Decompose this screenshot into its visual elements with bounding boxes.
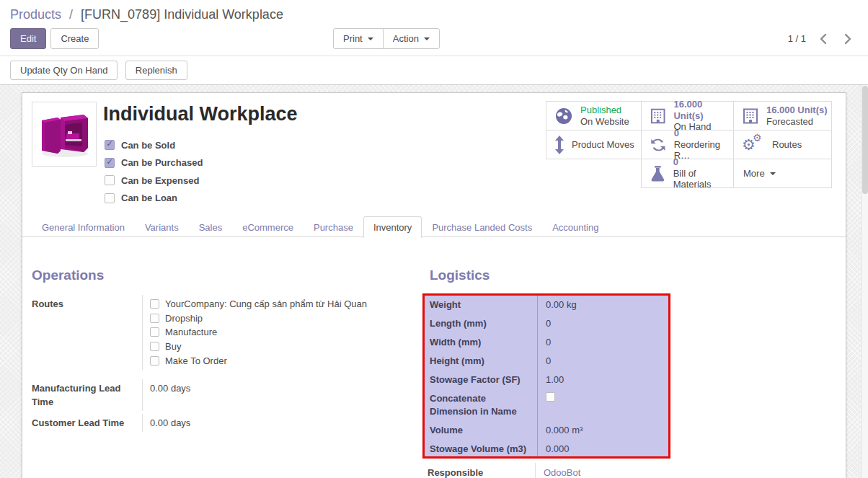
- print-menu-button[interactable]: Print: [333, 28, 384, 49]
- customer-lead-time-value: 0.00 days: [142, 414, 407, 432]
- action-menu-button[interactable]: Action: [383, 28, 440, 49]
- control-panel: Products / [FURN_0789] Individual Workpl…: [0, 0, 868, 56]
- on-website-label: On Website: [580, 116, 629, 128]
- more-label: More: [743, 168, 765, 179]
- on-hand-button[interactable]: 16.000 Unit(s) On Hand: [641, 101, 734, 130]
- customer-lead-time-label: Customer Lead Time: [32, 414, 142, 432]
- length-label: Length (mm): [425, 314, 537, 333]
- width-row: Width (mm) 0: [425, 333, 668, 352]
- chevron-left-icon: [820, 33, 827, 45]
- responsible-label: Responsible: [422, 463, 535, 478]
- can-be-sold-label: Can be Sold: [121, 140, 175, 151]
- can-be-purchased-label: Can be Purchased: [121, 157, 203, 168]
- pager-previous-button[interactable]: [816, 32, 831, 46]
- can-be-expensed-checkbox[interactable]: [105, 175, 115, 185]
- responsible-row: Responsible OdooBot: [422, 463, 670, 478]
- print-action-group: Print Action: [333, 28, 440, 49]
- product-moves-button[interactable]: Product Moves: [546, 130, 642, 159]
- logistics-group: Logistics Weight 0.00 kg Length (mm) 0 W…: [430, 267, 833, 478]
- flag-can-be-purchased: Can be Purchased: [105, 154, 203, 172]
- route-make-to-order-checkbox[interactable]: [150, 356, 159, 366]
- logistics-highlight-box: Weight 0.00 kg Length (mm) 0 Width (mm) …: [422, 293, 670, 459]
- route-manufacture-label: Manufacture: [165, 325, 217, 339]
- width-label: Width (mm): [425, 333, 537, 352]
- concatenate-dimension-label: Concatenate Dimension in Name: [425, 389, 537, 421]
- stowage-volume-value: 0.000: [537, 440, 668, 459]
- height-row: Height (mm) 0: [425, 352, 668, 371]
- stowage-factor-row: Stowage Factor (SF) 1.00: [425, 371, 668, 389]
- responsible-value-link[interactable]: OdooBot: [544, 467, 580, 478]
- tab-purchase-landed-costs[interactable]: Purchase Landed Costs: [422, 216, 542, 238]
- published-on-website-button[interactable]: Published On Website: [546, 101, 642, 130]
- product-flags: Can be Sold Can be Purchased Can be Expe…: [105, 136, 203, 207]
- route-yourcompany-checkbox[interactable]: [150, 299, 159, 309]
- weight-row: Weight 0.00 kg: [425, 296, 668, 314]
- route-manufacture-checkbox[interactable]: [150, 327, 159, 337]
- tab-variants[interactable]: Variants: [135, 216, 189, 238]
- operations-group: Operations Routes YourCompany: Cung cấp …: [32, 267, 407, 432]
- tab-ecommerce[interactable]: eCommerce: [232, 216, 304, 238]
- notebook-tabs: General Information Variants Sales eComm…: [22, 216, 846, 237]
- breadcrumb-current: [FURN_0789] Individual Workplace: [81, 7, 283, 22]
- volume-row: Volume 0.000 m³: [425, 421, 668, 440]
- building-icon: [650, 107, 666, 125]
- chevron-down-icon: [424, 37, 430, 43]
- replenish-button[interactable]: Replenish: [125, 61, 187, 80]
- forecasted-button[interactable]: 16.000 Unit(s) Forecasted: [733, 101, 832, 130]
- create-button[interactable]: Create: [50, 28, 99, 49]
- concatenate-dimension-checkbox[interactable]: [546, 392, 555, 402]
- manufacturing-lead-time-label: Manufacturing Lead Time: [32, 379, 142, 411]
- concatenate-dimension-value: [537, 389, 668, 421]
- routes-stat-label: Routes: [772, 139, 802, 151]
- form-content-area: Individual Workplace Can be Sold Can be …: [0, 85, 868, 478]
- building-icon: [742, 107, 759, 125]
- more-button[interactable]: More: [733, 159, 832, 188]
- routes-button[interactable]: ⚙⚙ Routes: [733, 130, 832, 159]
- control-panel-buttons: Edit Create Print Action 1 / 1: [10, 28, 858, 49]
- route-dropship-checkbox[interactable]: [150, 314, 159, 323]
- update-qty-on-hand-button[interactable]: Update Qty On Hand: [10, 61, 118, 80]
- customer-lead-time-row: Customer Lead Time 0.00 days: [32, 414, 407, 432]
- route-option: Make To Order: [150, 353, 407, 368]
- route-buy-checkbox[interactable]: [150, 342, 159, 351]
- route-make-to-order-label: Make To Order: [165, 354, 227, 368]
- product-moves-label: Product Moves: [572, 139, 634, 151]
- route-yourcompany-label: YourCompany: Cung cấp sản phẩm từ Hải Qu…: [165, 297, 367, 311]
- edit-button[interactable]: Edit: [10, 28, 46, 49]
- bom-label: Bill of Materials: [673, 168, 733, 190]
- route-option: Manufacture: [150, 325, 407, 340]
- weight-value: 0.00 kg: [537, 296, 668, 314]
- flag-can-be-loan: Can be Loan: [105, 190, 203, 208]
- can-be-loan-label: Can be Loan: [121, 192, 177, 203]
- can-be-sold-checkbox[interactable]: [105, 140, 115, 150]
- tab-purchase[interactable]: Purchase: [304, 216, 363, 238]
- route-option: YourCompany: Cung cấp sản phẩm từ Hải Qu…: [150, 297, 407, 311]
- scrollbar-thumb[interactable]: [862, 86, 868, 194]
- bom-count: 0: [673, 156, 733, 168]
- tab-sales[interactable]: Sales: [189, 216, 233, 238]
- can-be-loan-checkbox[interactable]: [105, 193, 115, 203]
- print-menu-label: Print: [343, 33, 363, 44]
- pager-next-button[interactable]: [841, 32, 855, 46]
- breadcrumb-products-link[interactable]: Products: [10, 7, 61, 22]
- length-row: Length (mm) 0: [425, 314, 668, 333]
- weight-label: Weight: [425, 296, 537, 314]
- statusbar: Update Qty On Hand Replenish: [0, 57, 868, 85]
- product-image[interactable]: [32, 102, 97, 167]
- chevron-right-icon: [844, 33, 851, 45]
- can-be-expensed-label: Can be Expensed: [121, 175, 199, 186]
- can-be-purchased-checkbox[interactable]: [105, 158, 115, 168]
- arrows-vertical-icon: [554, 136, 564, 154]
- breadcrumb: Products / [FURN_0789] Individual Workpl…: [10, 6, 283, 23]
- tab-accounting[interactable]: Accounting: [542, 216, 608, 238]
- vertical-scrollbar[interactable]: [861, 85, 868, 478]
- operations-title: Operations: [32, 267, 407, 283]
- reordering-rules-button[interactable]: 0 Reordering R…: [641, 130, 734, 159]
- tab-general-information[interactable]: General Information: [32, 216, 135, 238]
- gears-icon: ⚙⚙: [742, 134, 765, 156]
- height-value: 0: [537, 352, 668, 371]
- edit-create-group: Edit Create: [10, 28, 99, 49]
- odoo-product-form-page: Products / [FURN_0789] Individual Workpl…: [0, 0, 868, 478]
- bill-of-materials-button[interactable]: 0 Bill of Materials: [641, 159, 734, 188]
- tab-inventory[interactable]: Inventory: [363, 216, 422, 238]
